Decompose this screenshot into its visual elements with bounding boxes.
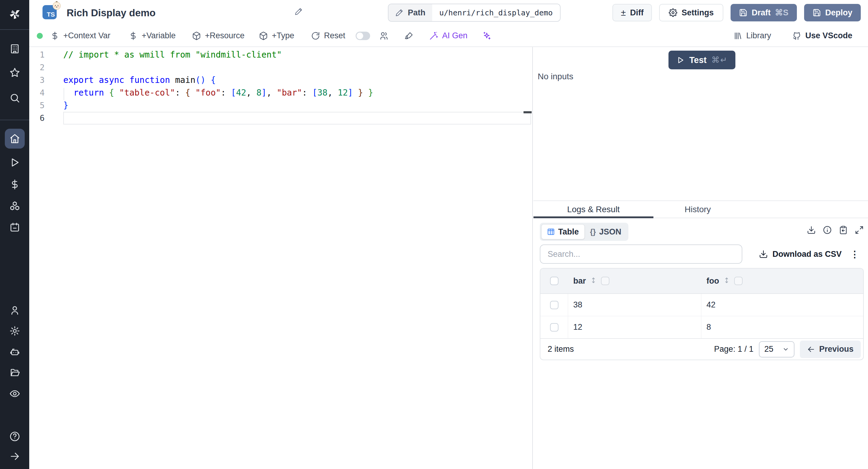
save-icon: [812, 8, 821, 17]
windmill-script-editor: TS Rich Display demo Path u/henri/rich_d…: [0, 0, 868, 469]
column-header-bar[interactable]: bar: [573, 276, 586, 286]
tab-history[interactable]: History: [663, 201, 733, 218]
line-number-active: 6: [29, 112, 44, 124]
sidebar-item-home[interactable]: [0, 129, 29, 149]
sidebar-item-resources[interactable]: [0, 201, 29, 212]
gear-icon: [669, 8, 677, 17]
dollar-icon: [50, 31, 59, 40]
expand-icon[interactable]: [855, 225, 864, 234]
plus-minus-icon: ±: [621, 7, 626, 18]
column-options-box[interactable]: [734, 277, 743, 285]
path-label-segment[interactable]: Path: [389, 4, 432, 21]
line-number: 5: [29, 99, 44, 112]
row-checkbox[interactable]: [550, 301, 558, 309]
use-vscode-button[interactable]: Use VScode: [792, 25, 852, 46]
library-icon: [733, 31, 742, 40]
add-resource-button[interactable]: +Resource: [192, 25, 244, 46]
play-icon: [9, 157, 20, 168]
info-icon[interactable]: [823, 225, 832, 234]
search-icon: [9, 93, 20, 103]
refresh-icon: [311, 31, 320, 40]
code-editor[interactable]: 1 // import * as wmill from "windmill-cl…: [29, 47, 532, 469]
run-result-panel: Test ⌘↵ No inputs Logs & Result History …: [533, 47, 868, 469]
gear-icon: [9, 325, 20, 336]
script-emoji: [52, 1, 61, 10]
clipboard-copy-icon[interactable]: [839, 225, 848, 234]
row-checkbox[interactable]: [550, 323, 558, 332]
download-icon: [759, 250, 768, 259]
sidebar-divider: [0, 29, 29, 30]
view-json-segment[interactable]: {} JSON: [585, 224, 627, 239]
page-title: Rich Display demo: [67, 7, 156, 19]
previous-page-button[interactable]: Previous: [800, 341, 861, 358]
settings-button[interactable]: Settings: [659, 4, 723, 22]
code-line-5: 5 }: [29, 99, 532, 112]
download-icon[interactable]: [807, 225, 816, 234]
test-button[interactable]: Test ⌘↵: [669, 51, 735, 69]
add-type-button[interactable]: +Type: [259, 25, 294, 46]
download-csv-button[interactable]: Download as CSV: [759, 245, 842, 264]
sidebar-item-help[interactable]: [0, 431, 29, 442]
line-number: 4: [29, 87, 44, 99]
arrow-left-icon: [807, 345, 815, 353]
ai-gen-button[interactable]: AI Gen: [429, 25, 467, 46]
table-row: 12 8: [540, 316, 863, 339]
sidebar-item-search[interactable]: [0, 93, 29, 103]
library-button[interactable]: Library: [733, 25, 771, 46]
code-line-2: 2: [29, 61, 532, 74]
sidebar-item-schedules[interactable]: [0, 222, 29, 233]
sidebar-divider: [0, 120, 29, 120]
table-header-row: bar foo: [540, 269, 863, 294]
add-variable-button[interactable]: +Variable: [129, 25, 176, 46]
kebab-menu-icon[interactable]: ⋮: [849, 245, 861, 264]
deploy-button[interactable]: Deploy: [804, 4, 861, 22]
sidebar-item-runs[interactable]: [0, 157, 29, 168]
sidebar-item-expand[interactable]: [0, 451, 29, 462]
add-context-var-button[interactable]: +Context Var: [50, 25, 110, 46]
items-count: 2 items: [548, 345, 574, 354]
building-icon: [9, 43, 20, 54]
users-icon-button[interactable]: [379, 25, 389, 46]
table-footer: 2 items Page: 1 / 1 25 Previous: [540, 339, 863, 359]
page-size-select[interactable]: 25: [759, 341, 795, 357]
toggle-switch[interactable]: [355, 25, 370, 46]
reset-button[interactable]: Reset: [311, 25, 345, 46]
tab-logs-result[interactable]: Logs & Result: [533, 201, 653, 218]
windmill-logo[interactable]: [0, 7, 29, 22]
indent-guide: [64, 88, 64, 100]
result-view-toggle: Table {} JSON: [540, 223, 628, 241]
boxes-icon: [9, 201, 20, 212]
user-icon: [9, 305, 20, 316]
edit-title-pencil-icon[interactable]: [294, 7, 305, 18]
package-icon: [192, 31, 201, 40]
code-line-1: 1 // import * as wmill from "windmill-cl…: [29, 49, 532, 61]
path-control[interactable]: Path u/henri/rich_display_demo: [388, 4, 561, 22]
diff-button[interactable]: ± Diff: [613, 4, 652, 22]
panel-divider[interactable]: [532, 47, 533, 469]
sidebar-item-users[interactable]: [0, 305, 29, 316]
current-line-highlight: [63, 112, 531, 124]
sidebar-item-favorites[interactable]: [0, 67, 29, 78]
path-label: Path: [408, 8, 426, 18]
search-input[interactable]: [540, 245, 742, 264]
sparkles-button[interactable]: [482, 25, 491, 46]
column-header-foo[interactable]: foo: [707, 276, 719, 286]
column-options-box[interactable]: [601, 277, 610, 285]
view-table-segment[interactable]: Table: [541, 224, 585, 239]
sidebar-item-folders[interactable]: [0, 367, 29, 378]
sidebar-item-workers[interactable]: [0, 347, 29, 357]
sidebar-item-settings[interactable]: [0, 325, 29, 336]
home-icon: [9, 133, 20, 144]
select-all-checkbox[interactable]: [550, 277, 558, 285]
sidebar-item-variables[interactable]: [0, 179, 29, 190]
header: TS Rich Display demo Path u/henri/rich_d…: [29, 0, 868, 25]
format-brush-button[interactable]: [404, 25, 413, 46]
sidebar-item-workspace[interactable]: [0, 43, 29, 54]
draft-button[interactable]: Draft ⌘S: [731, 4, 797, 22]
result-content: Table {} JSON Download as CSV ⋮: [533, 219, 868, 469]
path-value[interactable]: u/henri/rich_display_demo: [432, 4, 560, 21]
sort-icon[interactable]: [590, 277, 597, 285]
sort-icon[interactable]: [723, 277, 730, 285]
sidebar-item-audit[interactable]: [0, 388, 29, 399]
sidebar: [0, 0, 29, 469]
